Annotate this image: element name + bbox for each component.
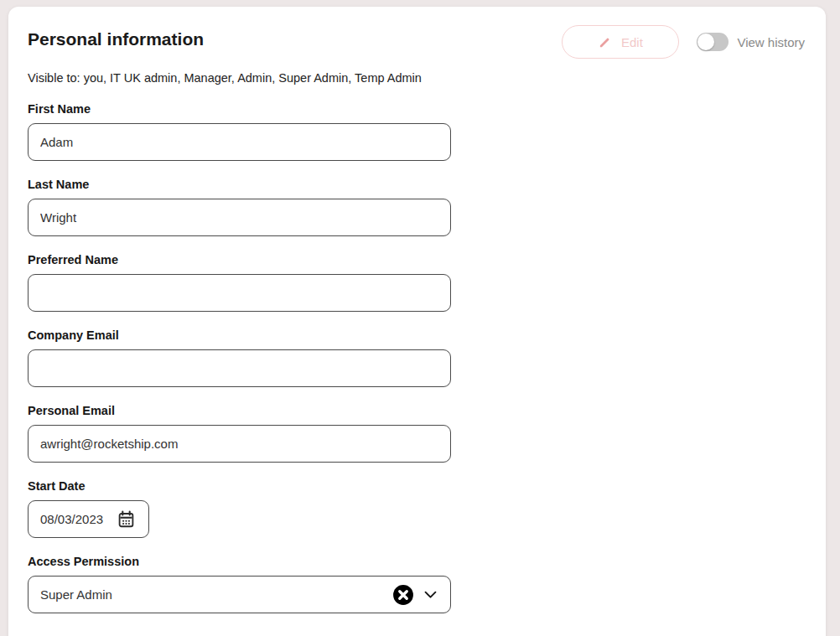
view-history-label: View history	[737, 35, 805, 49]
start-date-field	[28, 500, 149, 538]
field-last-name: Last Name	[28, 178, 451, 236]
pencil-icon	[599, 36, 611, 49]
field-personal-email: Personal Email	[28, 404, 451, 463]
field-first-name: First Name	[28, 102, 451, 161]
field-access-permission: Access Permission Super Admin	[28, 555, 451, 613]
field-label: Preferred Name	[28, 253, 451, 267]
clear-icon[interactable]	[392, 584, 414, 606]
company-email-input[interactable]	[28, 349, 451, 387]
access-permission-value: Super Admin	[40, 587, 392, 602]
toggle-knob	[697, 34, 714, 50]
field-label: First Name	[28, 102, 451, 116]
field-label: Access Permission	[28, 555, 451, 569]
field-label: Last Name	[28, 178, 451, 192]
visibility-note: Visible to: you, IT UK admin, Manager, A…	[28, 70, 826, 85]
view-history-toggle[interactable]	[697, 33, 729, 51]
chevron-down-icon[interactable]	[423, 587, 438, 602]
first-name-input[interactable]	[28, 123, 451, 161]
start-date-input[interactable]	[40, 512, 117, 526]
preferred-name-input[interactable]	[28, 274, 451, 312]
field-label: Personal Email	[28, 404, 451, 418]
field-label: Company Email	[28, 328, 451, 343]
header-actions: Edit View history	[562, 25, 805, 59]
field-preferred-name: Preferred Name	[28, 253, 451, 312]
edit-button[interactable]: Edit	[562, 25, 679, 59]
page-background: { "card": { "title": "Personal informati…	[0, 0, 840, 636]
field-company-email: Company Email	[28, 328, 451, 387]
field-start-date: Start Date	[28, 479, 451, 538]
personal-email-input[interactable]	[28, 425, 451, 463]
calendar-icon[interactable]	[117, 510, 135, 528]
access-permission-select[interactable]: Super Admin	[28, 576, 451, 613]
personal-information-card: Personal information Edit View history V…	[8, 7, 826, 636]
field-label: Start Date	[28, 479, 451, 494]
last-name-input[interactable]	[28, 199, 451, 236]
edit-button-label: Edit	[621, 35, 643, 49]
